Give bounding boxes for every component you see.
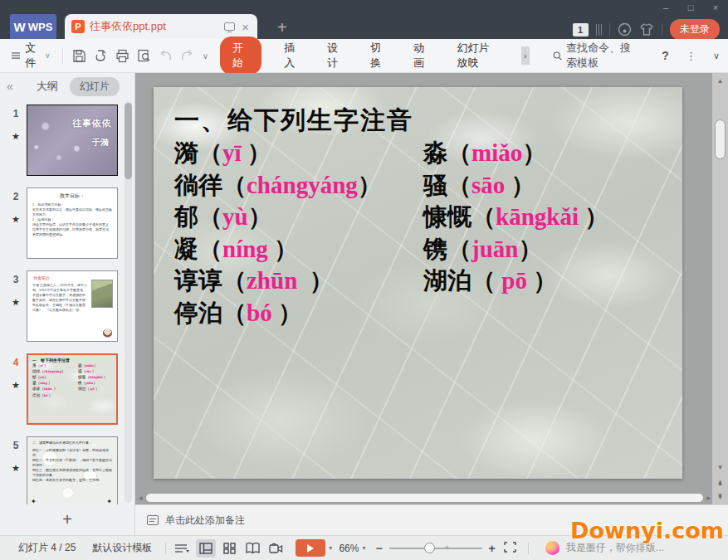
tab-animation[interactable]: 动画: [403, 41, 441, 71]
slide-text-box[interactable]: 一、给下列生字注音 漪（yī ） 淼（miǎo） 徜徉（chángyáng） 骚…: [174, 104, 672, 329]
command-search[interactable]: 查找命令、搜索模板: [553, 41, 641, 71]
more-options-button[interactable]: ⋮: [686, 50, 696, 62]
pinyin-text: miǎo: [471, 139, 522, 166]
vertical-scroll-thumb[interactable]: [715, 119, 726, 159]
close-button[interactable]: ×: [703, 0, 728, 15]
zoom-in-button[interactable]: +: [489, 542, 496, 555]
undo-button[interactable]: [158, 45, 174, 66]
scroll-right-icon[interactable]: ▸: [706, 492, 711, 504]
thumbnail-preview[interactable]: 一、给下列生字注音 漪（yī ） 淼（miǎo） 徜徉（chángyáng） 骚…: [27, 353, 118, 425]
mini-pinyin-row: 漪（yī ） 淼（miǎo）: [32, 363, 116, 368]
print-button[interactable]: [114, 45, 130, 66]
tab-close-icon[interactable]: ×: [240, 20, 251, 34]
document-tab[interactable]: P 往事依依ppt.ppt ×: [65, 14, 257, 39]
tab-stack-icon: [596, 24, 603, 36]
record-show-button[interactable]: [266, 539, 286, 558]
fit-slide-button[interactable]: [504, 542, 516, 555]
horizontal-scroll-thumb[interactable]: [145, 493, 705, 503]
thumb-body: 回忆一：小时候看画和《水浒传》插图，犹如身临其境。 回忆二：学生时代读《千家诗》…: [27, 448, 117, 485]
next-slide-button[interactable]: ▾▾: [718, 493, 722, 499]
hanzi-text: ）: [522, 139, 546, 166]
tab-list-badge[interactable]: 1: [573, 23, 589, 37]
thumbnail-preview[interactable]: 二、请简要概括出作者回忆的几件往事： 回忆一：小时候看画和《水浒传》插图，犹如身…: [27, 436, 118, 508]
notes-toggle-button[interactable]: [173, 539, 193, 558]
thumbnail-scrollbar[interactable]: [125, 101, 132, 503]
normal-view-button[interactable]: [196, 539, 216, 558]
tab-slideshow[interactable]: 幻灯片放映: [446, 41, 509, 71]
thumbnail-preview[interactable]: 教学目标： 1、知识与能力目标： 欣赏本文优美的语言，领会中美词语描绘、领会欣赏…: [27, 187, 118, 259]
hanzi-text: 郁（: [174, 203, 222, 230]
zoom-level[interactable]: 66%: [337, 543, 360, 554]
maximize-button[interactable]: □: [678, 0, 703, 15]
add-slide-button[interactable]: +: [0, 504, 135, 535]
play-options-chevron-icon[interactable]: ▾: [329, 544, 332, 552]
tab-outline[interactable]: 大纲: [37, 79, 58, 94]
previous-slide-button[interactable]: ▴▴: [718, 479, 722, 485]
row-left: 停泊（bó ）: [174, 297, 423, 329]
pinyin-text: zhūn: [247, 267, 297, 294]
wps-menu-button[interactable]: W WPS: [10, 14, 56, 39]
tab-home[interactable]: 开始: [220, 37, 261, 75]
mini-pinyin-row: 郁（yù） 慷慨（kāngkǎi ）: [32, 374, 116, 380]
ai-beautify-icon[interactable]: [545, 541, 559, 555]
hanzi-text: 湖泊（: [423, 267, 501, 294]
thumb-subtitle: 于漪: [92, 137, 109, 149]
file-chevron-icon: ∨: [45, 51, 51, 60]
thumbnail-preview[interactable]: 往事依依 于漪: [27, 105, 118, 176]
mini-pinyin-row: 停泊（bó ）: [32, 392, 116, 398]
promo-icon[interactable]: [618, 22, 632, 37]
play-slideshow-button[interactable]: [296, 539, 325, 557]
save-button[interactable]: [71, 45, 87, 66]
tab-design[interactable]: 设计: [316, 41, 354, 71]
pinyin-text: yī: [222, 139, 242, 166]
slide-number: 2: [5, 191, 27, 202]
ribbon-overflow-button[interactable]: ›: [520, 46, 530, 65]
template-name[interactable]: 默认设计模板: [84, 541, 160, 555]
tab-transition[interactable]: 切换: [359, 41, 398, 71]
pinyin-text: níng: [222, 236, 268, 262]
scroll-down-icon[interactable]: ▾: [718, 463, 722, 471]
hanzi-text: ）: [358, 172, 382, 198]
horizontal-scrollbar[interactable]: ◂ ▸: [139, 492, 711, 504]
pinyin-text: kāngkǎi: [496, 203, 579, 230]
zoom-slider[interactable]: +: [389, 548, 482, 549]
slide-thumbnail-2[interactable]: 2 ★ 教学目标： 1、知识与能力目标： 欣赏本文优美的语言，领会中美词语描绘、…: [5, 187, 121, 259]
help-button[interactable]: ?: [662, 49, 669, 62]
output-share-button[interactable]: [92, 45, 109, 66]
current-slide[interactable]: 一、给下列生字注音 漪（yī ） 淼（miǎo） 徜徉（chángyáng） 骚…: [154, 87, 682, 479]
scroll-up-icon[interactable]: ▴: [718, 76, 722, 85]
collapse-ribbon-button[interactable]: ∨: [713, 51, 720, 61]
thumbnail-list: 1 ★ 往事依依 于漪 2 ★ 教学目标： 1、知识与能力目标: [0, 101, 121, 504]
tab-insert[interactable]: 插入: [273, 41, 311, 71]
present-monitor-icon[interactable]: [224, 22, 235, 31]
zoom-slider-knob[interactable]: [424, 543, 435, 553]
file-menu-button[interactable]: 文件 ∨: [8, 41, 54, 71]
panel-collapse-button[interactable]: «: [7, 80, 13, 93]
slide-thumbnail-4-selected[interactable]: 4 ★ 一、给下列生字注音 漪（yī ） 淼（miǎo）: [5, 353, 121, 425]
slide-thumbnail-3[interactable]: 3 ★ 作者简介 于漪 江苏镇江人，1929年生，现年八旬。1951年毕业于复旦…: [5, 270, 121, 342]
slide-sorter-view-button[interactable]: [219, 539, 239, 558]
tab-slides[interactable]: 幻灯片: [70, 77, 120, 96]
scroll-left-icon[interactable]: ◂: [139, 492, 143, 504]
hanzi-text: ）: [297, 267, 334, 294]
slide-thumbnail-1[interactable]: 1 ★ 往事依依 于漪: [5, 105, 121, 176]
skin-center-icon[interactable]: [639, 22, 654, 37]
minimize-button[interactable]: –: [653, 0, 678, 15]
thumb-body: 于漪 江苏镇江人，1929年生，现年八旬。1951年毕业于复旦大学教育系，长期从…: [27, 280, 92, 315]
new-tab-button[interactable]: +: [272, 16, 292, 39]
redo-button[interactable]: [179, 45, 196, 66]
hanzi-text: 徜徉（: [174, 172, 247, 198]
vertical-scrollbar[interactable]: ▴ ▾ ▴▴ ▾▾: [712, 73, 728, 504]
slide-thumbnail-5[interactable]: 5 ★ 二、请简要概括出作者回忆的几件往事： 回忆一：小时候看画和《水浒传》插图…: [5, 436, 121, 508]
toolbar-chevron-icon[interactable]: ∨: [203, 51, 208, 61]
hanzi-text: 停泊（: [174, 299, 247, 326]
animation-star-icon: ★: [5, 380, 27, 391]
print-preview-button[interactable]: [136, 45, 153, 66]
zoom-chevron-icon[interactable]: ▾: [362, 544, 365, 552]
pinyin-text: juān: [471, 236, 518, 262]
row-left: 漪（yī ）: [174, 137, 423, 169]
login-button[interactable]: 未登录: [670, 19, 720, 40]
zoom-out-button[interactable]: −: [375, 542, 382, 555]
reading-view-button[interactable]: [242, 539, 262, 558]
thumbnail-preview[interactable]: 作者简介 于漪 江苏镇江人，1929年生，现年八旬。1951年毕业于复旦大学教育…: [27, 270, 118, 342]
